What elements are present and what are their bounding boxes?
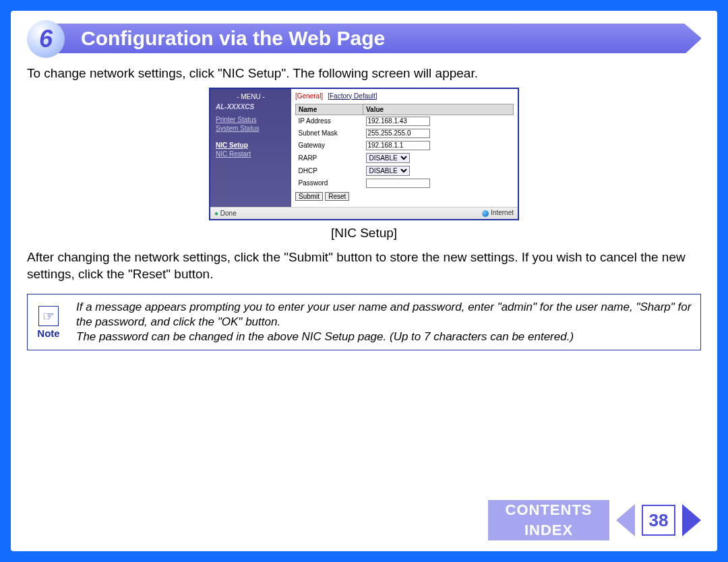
note-hand-icon: ☞ — [38, 306, 59, 326]
screenshot-body: - MENU - AL-XXXXCS Printer Status System… — [210, 89, 518, 207]
title-bar-notch — [684, 24, 702, 55]
row-dhcp: DHCP DISABLE — [296, 164, 514, 177]
label-gateway: Gateway — [296, 139, 363, 152]
menu-item-system-status[interactable]: System Status — [216, 125, 286, 132]
submit-button[interactable]: Submit — [295, 192, 323, 201]
nic-setup-screenshot: - MENU - AL-XXXXCS Printer Status System… — [209, 88, 519, 220]
label-ip: IP Address — [296, 115, 363, 127]
input-subnet[interactable] — [366, 129, 430, 138]
menu-header: - MENU - — [216, 93, 286, 100]
chapter-number: 6 — [39, 25, 53, 53]
globe-icon — [482, 210, 489, 217]
col-value: Value — [363, 104, 514, 115]
tab-general[interactable]: [General] — [295, 92, 323, 100]
row-rarp: RARP DISABLE — [296, 152, 514, 164]
reset-button[interactable]: Reset — [325, 192, 349, 201]
note-text: If a message appears prompting you to en… — [69, 294, 700, 350]
note-box: ☞ Note If a message appears prompting yo… — [27, 294, 701, 350]
input-password[interactable] — [366, 179, 430, 188]
menu-item-nic-restart[interactable]: NIC Restart — [216, 150, 286, 158]
model-name: AL-XXXXCS — [216, 103, 286, 111]
label-dhcp: DHCP — [296, 164, 363, 177]
screenshot-caption: [NIC Setup] — [27, 226, 701, 241]
index-link[interactable]: INDEX — [489, 520, 608, 540]
row-gateway: Gateway — [296, 139, 514, 152]
row-ip: IP Address — [296, 115, 514, 127]
note-line1: If a message appears prompting you to en… — [76, 300, 694, 330]
chapter-number-badge: 6 — [27, 20, 65, 58]
input-ip[interactable] — [366, 117, 430, 126]
footer-links: CONTENTS INDEX — [488, 500, 609, 540]
tab-factory-default[interactable]: [Factory Default] — [328, 92, 377, 100]
after-paragraph: After changing the network settings, cli… — [27, 249, 701, 283]
label-password: Password — [296, 177, 363, 189]
prev-page-arrow-icon[interactable] — [616, 504, 635, 536]
menu-item-printer-status[interactable]: Printer Status — [216, 116, 286, 123]
chapter-title: Configuration via the Web Page — [36, 24, 701, 53]
note-label: Note — [37, 327, 59, 339]
screenshot-container: - MENU - AL-XXXXCS Printer Status System… — [27, 88, 701, 220]
input-gateway[interactable] — [366, 141, 430, 150]
status-right: Internet — [482, 209, 514, 216]
chapter-title-text: Configuration via the Web Page — [81, 27, 385, 50]
chapter-title-bar: Configuration via the Web Page 6 — [27, 23, 701, 54]
screenshot-main: [General] [Factory Default] Name Value I… — [291, 89, 518, 207]
page-area: Configuration via the Web Page 6 To chan… — [11, 11, 717, 551]
screenshot-sidebar: - MENU - AL-XXXXCS Printer Status System… — [210, 89, 291, 207]
label-rarp: RARP — [296, 152, 363, 164]
select-dhcp[interactable]: DISABLE — [366, 166, 410, 176]
footer-nav: CONTENTS INDEX 38 — [488, 500, 701, 540]
col-name: Name — [296, 104, 363, 115]
contents-link[interactable]: CONTENTS — [489, 500, 608, 520]
form-buttons: Submit Reset — [295, 192, 514, 201]
settings-table: Name Value IP Address Subnet Mask Ga — [295, 104, 514, 189]
row-subnet: Subnet Mask — [296, 127, 514, 139]
select-rarp[interactable]: DISABLE — [366, 153, 410, 163]
note-line2: The password can be changed in the above… — [76, 330, 694, 344]
intro-paragraph: To change network settings, click "NIC S… — [27, 65, 701, 82]
page-number: 38 — [642, 505, 675, 536]
status-bar: ● Done Internet — [210, 207, 518, 219]
screenshot-tabs: [General] [Factory Default] — [295, 92, 514, 100]
status-left: ● Done — [214, 210, 237, 217]
label-subnet: Subnet Mask — [296, 127, 363, 139]
next-page-arrow-icon[interactable] — [682, 504, 701, 536]
note-left: ☞ Note — [28, 294, 69, 350]
menu-item-nic-setup[interactable]: NIC Setup — [216, 142, 286, 149]
row-password: Password — [296, 177, 514, 189]
